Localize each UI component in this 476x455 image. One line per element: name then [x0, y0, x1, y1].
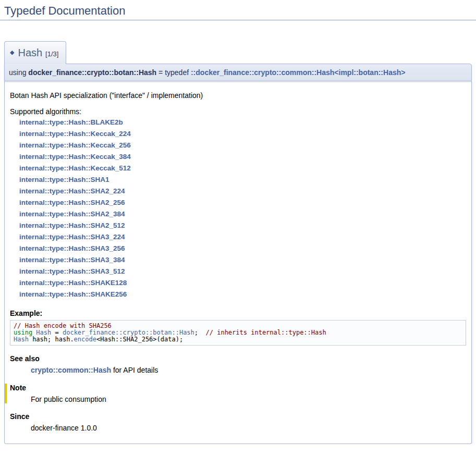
code-token-comment: // inherits internal::type::Hash	[206, 329, 326, 336]
algorithm-item: internal::type::Hash::SHAKE256	[19, 289, 466, 300]
algorithm-item: internal::type::Hash::Keccak_256	[19, 140, 466, 151]
code-line: Hash hash; hash.encode<Hash::SHA2_256>(d…	[14, 336, 462, 343]
algorithm-item: internal::type::Hash::Keccak_384	[19, 151, 466, 163]
algorithm-link[interactable]: internal::type::Hash::Keccak_384	[19, 153, 131, 161]
code-token-plain: hash; hash.	[29, 336, 74, 343]
algorithm-link[interactable]: internal::type::Hash::SHA2_512	[19, 222, 125, 229]
since-text: docker-finance 1.0.0	[31, 424, 466, 432]
code-example-block: // Hash encode with SHA256using Hash = d…	[10, 320, 466, 346]
see-also-link[interactable]: crypto::common::Hash	[31, 366, 111, 374]
algorithm-link[interactable]: internal::type::Hash::Keccak_512	[19, 164, 131, 172]
algorithm-link[interactable]: internal::type::Hash::SHA2_384	[19, 210, 125, 218]
code-symbol-link[interactable]: Hash	[14, 336, 29, 343]
see-also-section: See also crypto::common::Hash for API de…	[10, 354, 466, 374]
member-title-tab: ◆Hash [1/3]	[4, 41, 66, 64]
algorithm-link[interactable]: internal::type::Hash::SHA1	[19, 176, 109, 183]
note-text: For public consumption	[31, 395, 466, 403]
see-also-text: for API details	[111, 366, 158, 374]
algorithm-item: internal::type::Hash::SHA2_224	[19, 186, 466, 197]
code-token-plain: =	[51, 329, 63, 336]
algorithm-link[interactable]: internal::type::Hash::Keccak_224	[19, 130, 131, 138]
code-token-plain: <Hash::SHA2_256>(data);	[96, 336, 183, 343]
code-symbol-link[interactable]: docker_finance::crypto::botan::Hash	[63, 329, 194, 336]
typedef-documentation-section: Typedef Documentation ◆Hash [1/3] using …	[0, 0, 476, 444]
algorithm-item: internal::type::Hash::SHA3_512	[19, 266, 466, 277]
code-token-comment: // Hash encode with SHA256	[14, 322, 112, 329]
proto-underlying-type-link[interactable]: ::docker_finance::crypto::common::Hash<i…	[191, 68, 405, 77]
proto-using-keyword: using	[9, 68, 28, 77]
algorithm-list: internal::type::Hash::BLAKE2binternal::t…	[19, 117, 466, 300]
section-title: Typedef Documentation	[0, 0, 476, 20]
algorithm-link[interactable]: internal::type::Hash::SHA3_512	[19, 267, 125, 275]
algorithm-link[interactable]: internal::type::Hash::SHA2_256	[19, 199, 125, 206]
member-overload-index: [1/3]	[45, 50, 58, 58]
member-prototype: using docker_finance::crypto::botan::Has…	[4, 64, 472, 81]
supported-algorithms-label: Supported algorithms:	[10, 107, 466, 116]
algorithm-link[interactable]: internal::type::Hash::SHA3_256	[19, 244, 125, 252]
algorithm-item: internal::type::Hash::SHA3_256	[19, 243, 466, 254]
algorithm-item: internal::type::Hash::SHAKE128	[19, 277, 466, 289]
proto-typedef-name: docker_finance::crypto::botan::Hash	[28, 68, 156, 77]
member-documentation: Botan Hash API specialization ("interfac…	[4, 81, 472, 444]
algorithm-item: internal::type::Hash::Keccak_512	[19, 163, 466, 174]
proto-equals-typedef: = typedef	[156, 68, 191, 77]
since-label: Since	[10, 412, 466, 421]
algorithm-item: internal::type::Hash::SHA2_256	[19, 197, 466, 208]
member-item: using docker_finance::crypto::botan::Has…	[4, 64, 472, 444]
algorithm-link[interactable]: internal::type::Hash::SHAKE128	[19, 279, 127, 287]
algorithm-item: internal::type::Hash::SHA3_224	[19, 231, 466, 243]
algorithm-item: internal::type::Hash::SHA2_512	[19, 220, 466, 231]
algorithm-item: internal::type::Hash::Keccak_224	[19, 128, 466, 140]
intro-text: Botan Hash API specialization ("interfac…	[10, 91, 466, 100]
since-section: Since docker-finance 1.0.0	[10, 412, 466, 432]
algorithm-item: internal::type::Hash::SHA3_384	[19, 254, 466, 266]
note-label: Note	[10, 384, 466, 392]
algorithm-link[interactable]: internal::type::Hash::BLAKE2b	[19, 118, 123, 126]
algorithm-link[interactable]: internal::type::Hash::SHA3_384	[19, 256, 125, 264]
member-name: Hash	[18, 47, 42, 58]
example-label: Example:	[10, 309, 466, 317]
code-token-keyword: using	[14, 329, 32, 336]
anchor-diamond-icon[interactable]: ◆	[10, 49, 14, 55]
algorithm-item: internal::type::Hash::SHA1	[19, 174, 466, 186]
note-section: Note For public consumption	[5, 384, 466, 403]
code-symbol-link[interactable]: encode	[74, 336, 96, 343]
algorithm-item: internal::type::Hash::BLAKE2b	[19, 117, 466, 128]
algorithm-link[interactable]: internal::type::Hash::SHAKE256	[19, 290, 127, 298]
algorithm-link[interactable]: internal::type::Hash::SHA3_224	[19, 233, 125, 241]
code-token-plain: ;	[194, 329, 206, 336]
see-also-label: See also	[10, 354, 466, 363]
algorithm-link[interactable]: internal::type::Hash::Keccak_256	[19, 141, 131, 149]
algorithm-link[interactable]: internal::type::Hash::SHA2_224	[19, 187, 125, 195]
see-also-content: crypto::common::Hash for API details	[31, 366, 466, 374]
example-section: Example:	[10, 309, 466, 317]
algorithm-item: internal::type::Hash::SHA2_384	[19, 208, 466, 220]
code-symbol-link[interactable]: Hash	[36, 329, 51, 336]
